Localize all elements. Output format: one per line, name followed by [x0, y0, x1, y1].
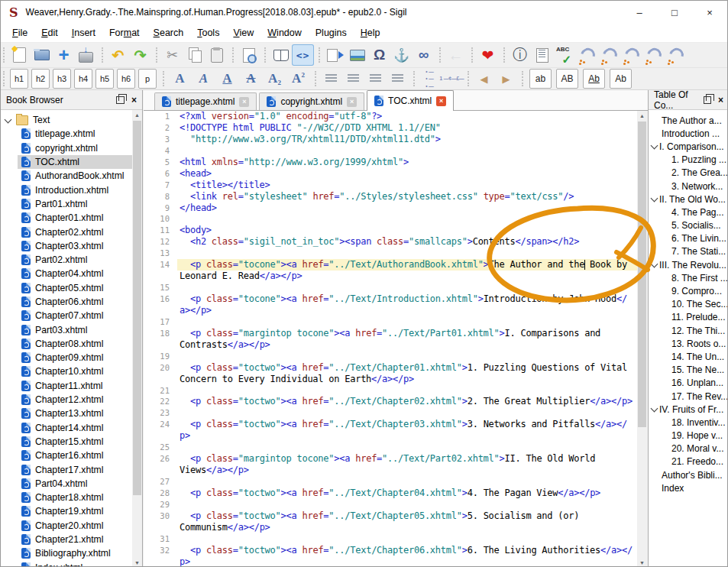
- tree-item-chapter13[interactable]: Chapter13.xhtml: [18, 407, 132, 420]
- heading-2-button[interactable]: h2: [31, 69, 50, 89]
- scroll-up-icon[interactable]: ▲: [637, 111, 647, 121]
- paste-button[interactable]: [205, 44, 228, 66]
- tree-item-chapter14[interactable]: Chapter14.xhtml: [18, 421, 132, 435]
- tree-item-chapter03[interactable]: Chapter03.xhtml: [18, 239, 132, 253]
- indent-decrease-button[interactable]: ◀: [473, 70, 495, 88]
- code-line-7[interactable]: 7 <title></title>: [144, 180, 637, 191]
- toc-entry[interactable]: 6. The Livin...: [649, 232, 728, 245]
- code-line-wrap[interactable]: Concern to Every Individual on Earth</a>…: [144, 374, 637, 385]
- tree-item-part04[interactable]: Part04.xhtml: [18, 477, 132, 491]
- code-line-19[interactable]: 19: [144, 351, 637, 362]
- chevron-down-icon[interactable]: [651, 405, 658, 413]
- toc-entry[interactable]: 17. The Rev...: [649, 390, 728, 403]
- mend-plugin-5-button[interactable]: [664, 44, 686, 66]
- copy-button[interactable]: [183, 44, 205, 66]
- tree-item-chapter12[interactable]: Chapter12.xhtml: [18, 393, 132, 407]
- toc-entry[interactable]: 7. The Stati...: [649, 245, 728, 258]
- code-line-17[interactable]: 17: [144, 316, 637, 328]
- code-line-21[interactable]: 21: [144, 385, 637, 397]
- toc-entry[interactable]: 21. Freedo...: [649, 455, 728, 468]
- code-line-wrap[interactable]: Leonard E. Read</a></p>: [144, 271, 637, 282]
- toc-entry[interactable]: 2. The Grea...: [649, 167, 728, 180]
- code-view-button[interactable]: <>: [292, 44, 314, 66]
- toc-entry[interactable]: 16. Unplan...: [649, 377, 728, 390]
- code-line-wrap[interactable]: Views</a></p>: [144, 465, 637, 476]
- chevron-down-icon[interactable]: [651, 195, 658, 202]
- code-line-20[interactable]: 20 <p class="toctwo"><a href="../Text/Ch…: [144, 362, 637, 374]
- menu-edit[interactable]: Edit: [34, 28, 65, 38]
- toc-entry[interactable]: 5. Socialis...: [649, 219, 728, 232]
- code-line-28[interactable]: 28 <p class="toctwo"><a href="../Text/Ch…: [144, 488, 637, 499]
- tree-item-copyright[interactable]: copyright.xhtml: [18, 141, 132, 155]
- tree-item-chapter06[interactable]: Chapter06.xhtml: [18, 295, 132, 309]
- toc-entry[interactable]: Index: [649, 481, 728, 494]
- close-button[interactable]: ×: [692, 1, 727, 24]
- cut-button[interactable]: ✂: [161, 44, 183, 66]
- tree-item-index[interactable]: Index.xhtml: [18, 561, 132, 567]
- tree-item-chapter05[interactable]: Chapter05.xhtml: [18, 281, 132, 295]
- align-center-button[interactable]: [342, 70, 364, 88]
- menu-plugins[interactable]: Plugins: [309, 28, 354, 38]
- toc-entry[interactable]: 15. The Ne...: [649, 364, 728, 377]
- code-line-23[interactable]: 23: [144, 407, 637, 419]
- close-panel-icon[interactable]: ×: [131, 95, 137, 105]
- tree-item-chapter21[interactable]: Chapter21.xhtml: [18, 533, 132, 546]
- uppercase-button[interactable]: AB: [556, 69, 578, 89]
- heading-1-button[interactable]: h1: [10, 69, 28, 89]
- special-character-button[interactable]: Ω: [368, 44, 390, 66]
- toc-entry[interactable]: 19. Hope v...: [649, 429, 728, 442]
- code-line-31[interactable]: 31: [144, 533, 637, 545]
- toc-entry[interactable]: III. The Revolu...: [649, 258, 728, 271]
- bold-button[interactable]: A: [169, 70, 191, 88]
- code-line-32[interactable]: 32 <p class="toctwo"><a href="../Text/Ch…: [144, 545, 637, 556]
- book-browser-scrollbar[interactable]: ▲ ▼: [132, 110, 142, 567]
- superscript-button[interactable]: A: [287, 70, 309, 88]
- split-view-button[interactable]: [324, 44, 346, 66]
- code-line-8[interactable]: 8 <link rel="stylesheet" href="../Styles…: [144, 191, 637, 202]
- tab-close-icon[interactable]: ×: [347, 97, 357, 107]
- numbered-list-button[interactable]: [441, 70, 463, 88]
- toc-entry[interactable]: 9. Compro...: [649, 284, 728, 297]
- align-justify-button[interactable]: [387, 70, 409, 88]
- code-line-13[interactable]: 13: [144, 248, 637, 259]
- tree-item-chapter08[interactable]: Chapter08.xhtml: [18, 337, 132, 351]
- code-line-27[interactable]: 27: [144, 476, 637, 488]
- align-left-button[interactable]: [320, 70, 342, 88]
- float-panel-icon[interactable]: [704, 96, 711, 104]
- heading-5-button[interactable]: h5: [95, 69, 114, 89]
- close-panel-icon[interactable]: ×: [718, 95, 723, 105]
- bulleted-list-button[interactable]: [419, 70, 441, 88]
- code-line-10[interactable]: 10: [144, 213, 637, 225]
- tree-item-introduction[interactable]: Introduction.xhtml: [18, 183, 132, 196]
- tree-item-titlepage[interactable]: titlepage.xhtml: [18, 127, 132, 141]
- menu-tools[interactable]: Tools: [190, 28, 226, 38]
- scroll-down-icon[interactable]: ▼: [132, 558, 142, 567]
- toc-entry[interactable]: 11. Prelude...: [649, 311, 728, 324]
- tab-toc[interactable]: TOC.xhtml×: [367, 90, 454, 111]
- tab-close-icon[interactable]: ×: [239, 97, 249, 107]
- code-line-30[interactable]: 30 <p class="toctwo"><a href="../Text/Ch…: [144, 510, 637, 522]
- menu-help[interactable]: Help: [354, 28, 387, 38]
- toc-entry[interactable]: 10. The Sec...: [649, 298, 728, 311]
- code-line-14[interactable]: 14 <p class="tocone"><a href="../Text/Au…: [144, 259, 637, 271]
- code-line-12[interactable]: 12 <h2 class="sigil_not_in_toc"><span cl…: [144, 236, 637, 248]
- menu-search[interactable]: Search: [147, 28, 191, 38]
- float-panel-icon[interactable]: [116, 96, 125, 104]
- tree-item-chapter15[interactable]: Chapter15.xhtml: [18, 435, 132, 449]
- menu-format[interactable]: Format: [102, 28, 147, 38]
- chevron-down-icon[interactable]: [651, 261, 658, 268]
- toc-entry[interactable]: The Author a...: [649, 114, 728, 127]
- tree-item-chapter20[interactable]: Chapter20.xhtml: [18, 519, 132, 533]
- code-line-15[interactable]: 15: [144, 282, 637, 293]
- code-line-wrap[interactable]: p>: [144, 430, 637, 442]
- subscript-button[interactable]: A: [264, 70, 286, 88]
- menu-file[interactable]: File: [5, 28, 34, 38]
- toc-entry[interactable]: I. Comparison...: [649, 140, 728, 153]
- capitalize-button[interactable]: Ab: [610, 69, 632, 89]
- tree-item-authorandbook[interactable]: AuthorandBook.xhtml: [18, 169, 132, 183]
- tree-item-chapter02[interactable]: Chapter02.xhtml: [18, 225, 132, 238]
- code-line-wrap[interactable]: a></p>: [144, 305, 637, 316]
- scrollbar-thumb[interactable]: [133, 121, 141, 495]
- find-replace-button[interactable]: [238, 44, 260, 66]
- toc-entry[interactable]: 8. The First ...: [649, 271, 728, 284]
